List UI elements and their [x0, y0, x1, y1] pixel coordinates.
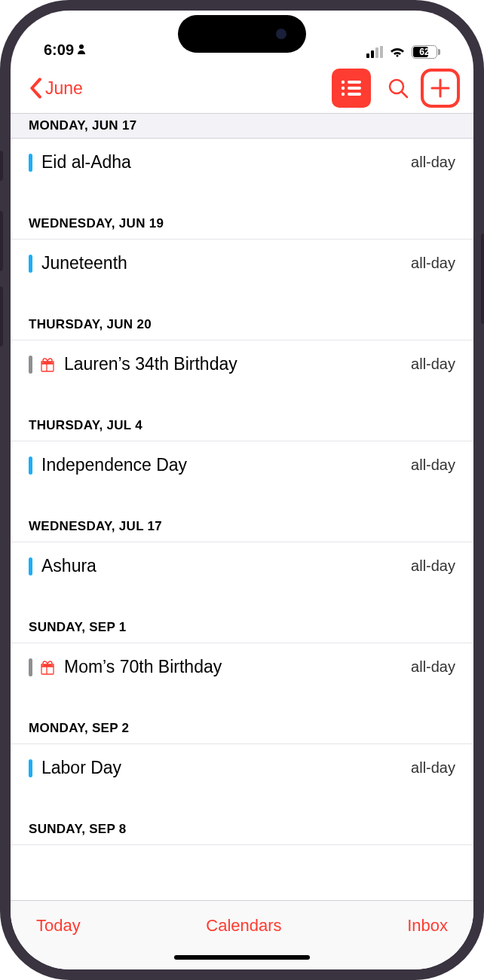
day-header: SUNDAY, SEP 8 — [11, 792, 473, 845]
status-time: 6:09 — [44, 41, 74, 59]
svg-line-8 — [402, 92, 407, 97]
event-row[interactable]: Labor Dayall-day — [11, 744, 473, 792]
event-time: all-day — [411, 557, 455, 575]
user-proximity-icon — [77, 44, 86, 56]
svg-rect-4 — [348, 87, 361, 90]
battery-indicator: 62 — [412, 45, 440, 59]
calendar-color-dot — [29, 557, 32, 575]
nav-bar: June — [11, 63, 473, 113]
svg-point-0 — [79, 44, 84, 49]
gift-icon — [40, 357, 55, 372]
search-icon — [387, 77, 409, 99]
toolbar-today[interactable]: Today — [36, 916, 81, 936]
event-title: Lauren’s 34th Birthday — [64, 354, 402, 374]
event-row[interactable]: Ashuraall-day — [11, 542, 473, 590]
event-time: all-day — [411, 658, 455, 676]
status-right: 62 — [366, 45, 440, 59]
day-header: SUNDAY, SEP 1 — [11, 590, 473, 643]
cellular-signal-icon — [366, 46, 383, 58]
calendar-color-dot — [29, 255, 32, 273]
toolbar-inbox[interactable]: Inbox — [407, 916, 448, 936]
svg-rect-6 — [348, 93, 361, 96]
event-time: all-day — [411, 154, 455, 171]
day-header: MONDAY, SEP 2 — [11, 691, 473, 744]
battery-percent: 62 — [419, 47, 429, 57]
event-title: Eid al-Adha — [41, 152, 402, 172]
dynamic-island — [178, 15, 306, 53]
calendar-color-dot — [29, 154, 32, 172]
svg-rect-2 — [348, 81, 361, 84]
phone-frame: 6:09 62 — [0, 0, 484, 980]
svg-point-3 — [342, 87, 345, 90]
back-label: June — [45, 78, 83, 99]
bottom-toolbar: Today Calendars Inbox — [11, 900, 473, 945]
day-header: WEDNESDAY, JUL 17 — [11, 489, 473, 542]
day-header: THURSDAY, JUN 20 — [11, 287, 473, 340]
wifi-icon — [389, 46, 406, 58]
event-row[interactable]: Lauren’s 34th Birthdayall-day — [11, 340, 473, 388]
back-button[interactable]: June — [29, 78, 83, 99]
calendar-color-dot — [29, 356, 32, 374]
svg-point-5 — [342, 93, 345, 96]
calendar-color-dot — [29, 456, 32, 475]
add-event-button[interactable] — [421, 69, 460, 108]
silent-switch — [0, 151, 3, 181]
list-icon — [340, 79, 363, 97]
power-button — [481, 234, 484, 324]
event-title: Independence Day — [41, 455, 402, 475]
svg-point-1 — [342, 81, 345, 84]
screen: 6:09 62 — [11, 11, 473, 969]
event-time: all-day — [411, 759, 455, 777]
event-row[interactable]: Eid al-Adhaall-day — [11, 139, 473, 186]
event-time: all-day — [411, 456, 455, 474]
home-indicator[interactable] — [11, 945, 473, 969]
event-row[interactable]: Independence Dayall-day — [11, 441, 473, 489]
list-view-button[interactable] — [332, 69, 371, 108]
event-title: Juneteenth — [41, 253, 402, 273]
event-time: all-day — [411, 255, 455, 272]
day-header: WEDNESDAY, JUN 19 — [11, 186, 473, 240]
event-title: Labor Day — [41, 758, 402, 778]
toolbar-calendars[interactable]: Calendars — [206, 916, 281, 936]
volume-down-button — [0, 286, 3, 347]
plus-icon — [429, 77, 452, 99]
event-time: all-day — [411, 356, 455, 373]
search-button[interactable] — [378, 69, 418, 108]
volume-up-button — [0, 211, 3, 271]
day-header: MONDAY, JUN 17 — [11, 113, 473, 139]
events-list[interactable]: MONDAY, JUN 17Eid al-Adhaall-dayWEDNESDA… — [11, 113, 473, 900]
day-header: THURSDAY, JUL 4 — [11, 388, 473, 441]
chevron-left-icon — [29, 78, 42, 99]
calendar-color-dot — [29, 658, 32, 676]
calendar-color-dot — [29, 759, 32, 777]
event-title: Mom’s 70th Birthday — [64, 657, 402, 677]
event-title: Ashura — [41, 556, 402, 576]
status-left: 6:09 — [44, 41, 86, 59]
gift-icon — [40, 660, 55, 675]
event-row[interactable]: Juneteenthall-day — [11, 240, 473, 287]
event-row[interactable]: Mom’s 70th Birthdayall-day — [11, 643, 473, 691]
